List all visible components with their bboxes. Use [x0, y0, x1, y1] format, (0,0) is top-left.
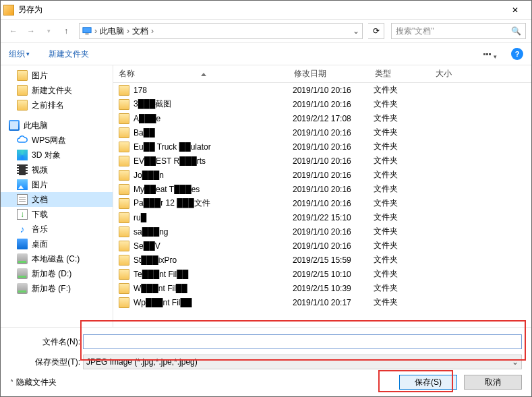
file-name: ru█	[134, 213, 293, 222]
sidebar-item-label: 桌面	[32, 239, 48, 250]
recent-dropdown[interactable]: ▾	[41, 24, 56, 38]
file-list[interactable]: 1782019/1/10 20:16文件夹3███截图2019/1/10 20:…	[113, 83, 531, 327]
file-row[interactable]: Se██V2019/1/10 20:16文件夹	[113, 239, 531, 253]
sidebar-item[interactable]: 之前排名	[1, 98, 113, 113]
file-date: 2019/1/10 20:16	[293, 185, 374, 194]
file-row[interactable]: sa███ng2019/1/10 20:16文件夹	[113, 224, 531, 239]
filetype-select[interactable]: JPEG Image (*.jpg;*.jpe;*.jpeg) ⌄	[83, 355, 522, 369]
sidebar-item[interactable]: ↓下载	[1, 207, 113, 222]
column-header: 名称 修改日期 类型 大小	[113, 65, 531, 83]
file-row[interactable]: Pa███r 12 ███文件2019/1/10 20:16文件夹	[113, 196, 531, 210]
chevron-up-icon: ˄	[10, 379, 13, 386]
sidebar-item[interactable]: 视频	[1, 162, 113, 177]
file-date: 2019/1/10 20:16	[293, 128, 374, 138]
toolbar: 组织▾ 新建文件夹 ▾ ?	[1, 42, 531, 65]
file-row[interactable]: Te███nt Fil██2019/2/15 10:10文件夹	[113, 267, 531, 281]
file-type: 文件夹	[374, 127, 434, 138]
file-row[interactable]: 1782019/1/10 20:16文件夹	[113, 83, 531, 97]
file-row[interactable]: St███ixPro2019/2/15 15:59文件夹	[113, 253, 531, 267]
back-button[interactable]: ←	[6, 24, 21, 38]
col-type[interactable]: 类型	[370, 68, 430, 80]
sidebar-item[interactable]: 此电脑	[1, 118, 113, 133]
new-folder-button[interactable]: 新建文件夹	[49, 49, 89, 60]
col-name[interactable]: 名称	[113, 68, 289, 80]
folder-icon	[119, 212, 129, 223]
file-row[interactable]: Ba██2019/1/10 20:16文件夹	[113, 125, 531, 140]
path-segment-root[interactable]: 此电脑	[100, 26, 124, 37]
sidebar-item[interactable]: 新加卷 (F:)	[1, 281, 113, 296]
up-button[interactable]: ↑	[59, 24, 73, 38]
filename-label: 文件名(N):	[10, 336, 83, 348]
file-date: 2019/1/10 20:16	[293, 142, 374, 152]
file-date: 2019/1/10 20:16	[293, 171, 374, 180]
file-date: 2019/1/10 20:16	[293, 199, 374, 208]
col-date[interactable]: 修改日期	[289, 68, 370, 80]
file-type: 文件夹	[374, 212, 434, 223]
sidebar-item-label: 之前排名	[32, 100, 64, 111]
folder-icon	[119, 283, 129, 294]
view-options-button[interactable]: ▾	[480, 48, 499, 60]
sidebar-item[interactable]: 本地磁盘 (C:)	[1, 251, 113, 266]
hide-folders-toggle[interactable]: ˄ 隐藏文件夹	[10, 377, 57, 388]
file-type: 文件夹	[374, 282, 434, 294]
address-dropdown[interactable]: ⌄	[353, 26, 359, 36]
file-type: 文件夹	[374, 268, 434, 280]
sidebar-item[interactable]: 桌面	[1, 237, 113, 251]
file-row[interactable]: 3███截图2019/1/10 20:16文件夹	[113, 97, 531, 111]
sidebar-item[interactable]: 新建文件夹	[1, 83, 113, 98]
save-button[interactable]: 保存(S)	[399, 375, 457, 390]
sidebar-item-label: WPS网盘	[32, 135, 66, 146]
sidebar-item[interactable]: 图片	[1, 68, 113, 83]
file-name: 178	[134, 86, 293, 95]
col-size[interactable]: 大小	[430, 68, 484, 80]
sort-asc-icon	[201, 73, 206, 76]
search-input[interactable]: 搜索"文档" 🔍	[391, 23, 526, 39]
cloud-icon	[17, 135, 28, 146]
file-row[interactable]: Jo███n2019/1/10 20:16文件夹	[113, 168, 531, 182]
filetype-value: JPEG Image (*.jpg;*.jpe;*.jpeg)	[86, 357, 198, 367]
file-type: 文件夹	[374, 297, 434, 308]
file-row[interactable]: ru█2019/1/22 15:10文件夹	[113, 210, 531, 224]
sidebar-item[interactable]: ♪音乐	[1, 222, 113, 237]
close-button[interactable]: ✕	[502, 1, 529, 19]
sidebar-item[interactable]: 图片	[1, 177, 113, 192]
sidebar-item[interactable]: 3D 对象	[1, 148, 113, 162]
file-name: A███e	[134, 114, 293, 123]
dl-icon: ↓	[17, 209, 28, 220]
folder-icon	[119, 85, 129, 96]
file-name: EV██EST R███rts	[134, 156, 293, 166]
sidebar-item-label: 本地磁盘 (C:)	[32, 253, 80, 265]
filename-input[interactable]	[83, 334, 522, 349]
titlebar: 另存为 ✕	[1, 1, 531, 20]
address-bar[interactable]: › 此电脑 › 文档 › ⌄	[79, 23, 363, 39]
sidebar: 图片新建文件夹之前排名此电脑WPS网盘3D 对象视频图片文档↓下载♪音乐桌面本地…	[1, 65, 113, 327]
window-title: 另存为	[18, 4, 502, 16]
file-name: St███ixPro	[134, 255, 293, 265]
forward-button[interactable]: →	[24, 24, 38, 38]
organize-menu[interactable]: 组织▾	[9, 49, 30, 60]
file-date: 2019/2/15 10:39	[293, 284, 374, 293]
sidebar-item[interactable]: 新加卷 (D:)	[1, 266, 113, 281]
cancel-button[interactable]: 取消	[464, 375, 522, 390]
folder-icon	[119, 170, 129, 181]
chevron-down-icon: ⌄	[512, 357, 519, 367]
file-row[interactable]: W███nt Fil██2019/2/15 10:39文件夹	[113, 281, 531, 295]
sidebar-item-label: 图片	[32, 179, 48, 191]
search-icon: 🔍	[511, 26, 521, 36]
help-button[interactable]: ?	[511, 48, 523, 60]
file-name: My██eat T███es	[134, 185, 293, 194]
file-row[interactable]: My██eat T███es2019/1/10 20:16文件夹	[113, 182, 531, 196]
svg-rect-1	[85, 34, 88, 35]
refresh-button[interactable]: ⟳	[368, 23, 384, 39]
file-row[interactable]: Eu██ Truck ██ulator2019/1/10 20:16文件夹	[113, 140, 531, 154]
file-date: 2019/1/10 20:16	[293, 86, 374, 95]
nav-row: ← → ▾ ↑ › 此电脑 › 文档 › ⌄ ⟳ 搜索"文档" 🔍	[1, 20, 531, 42]
sidebar-item[interactable]: WPS网盘	[1, 133, 113, 148]
desk-icon	[17, 239, 28, 249]
file-row[interactable]: A███e2019/2/12 17:08文件夹	[113, 111, 531, 125]
sidebar-item[interactable]: 文档	[1, 192, 113, 207]
file-row[interactable]: EV██EST R███rts2019/1/10 20:16文件夹	[113, 154, 531, 168]
path-segment-current[interactable]: 文档	[132, 26, 148, 37]
file-name: W███nt Fil██	[134, 284, 293, 293]
file-row[interactable]: Wp███nt Fil██2019/1/10 20:17文件夹	[113, 295, 531, 309]
